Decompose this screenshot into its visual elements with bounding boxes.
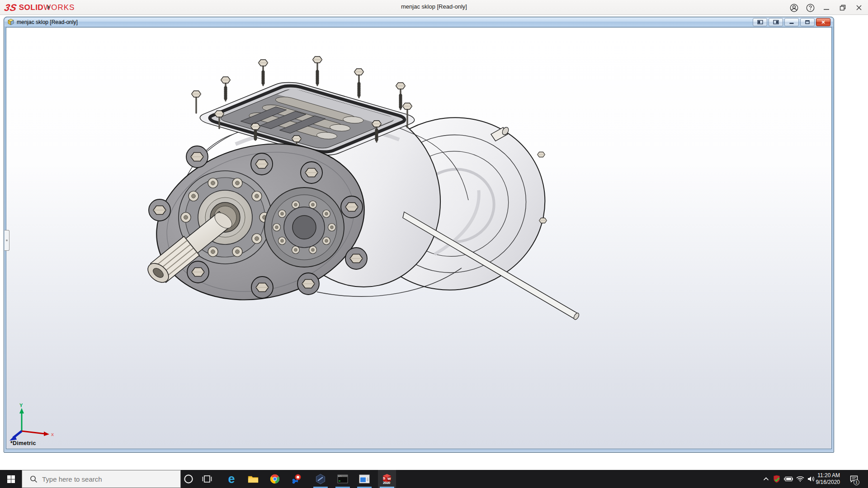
document-restore-button[interactable] bbox=[800, 18, 815, 26]
orientation-triad: Y x bbox=[9, 403, 54, 441]
collapsed-panel-tab[interactable] bbox=[5, 230, 9, 251]
main-titlebar: 3S SOLID WORKS menjac sklop [Read-only] bbox=[0, 0, 868, 15]
edge-icon: e bbox=[228, 474, 235, 484]
menu-flyout-arrow-icon[interactable] bbox=[47, 4, 51, 10]
chrome-icon bbox=[270, 474, 280, 484]
restore-button[interactable] bbox=[836, 2, 849, 14]
file-explorer-icon bbox=[248, 474, 259, 483]
battery-icon[interactable] bbox=[783, 470, 794, 488]
start-button[interactable] bbox=[0, 470, 22, 488]
taskbar-item-hexagon-app[interactable] bbox=[311, 470, 330, 488]
taskbar-item-cortana[interactable] bbox=[179, 470, 198, 488]
split-left-button[interactable] bbox=[753, 18, 767, 26]
account-icon[interactable] bbox=[787, 2, 801, 14]
taskbar-item-screenshot-tool[interactable] bbox=[288, 470, 306, 488]
document-window-controls: ✕ bbox=[753, 18, 830, 26]
tray-clock[interactable]: 11:20 AM 9/16/2020 bbox=[813, 472, 840, 486]
taskbar-item-file-explorer[interactable] bbox=[244, 470, 262, 488]
panel-tab-grip-icon bbox=[6, 239, 8, 241]
solidworks-logo-solid: SOLID bbox=[19, 3, 43, 12]
taskbar-item-gallery-app[interactable] bbox=[355, 470, 373, 488]
document-title: menjac sklop [Read-only] bbox=[17, 19, 78, 25]
graphics-viewport[interactable]: Y x *Dimetric bbox=[6, 27, 832, 449]
taskbar-item-task-view[interactable] bbox=[198, 470, 216, 488]
restore-icon bbox=[805, 20, 810, 24]
taskbar-item-chrome[interactable] bbox=[266, 470, 284, 488]
screenshot-tool-icon bbox=[292, 474, 302, 484]
svg-text:C:\: C:\ bbox=[339, 475, 342, 477]
taskbar-search[interactable] bbox=[22, 470, 181, 488]
assembly-document-icon bbox=[7, 19, 14, 26]
view-orientation-label: *Dimetric bbox=[10, 440, 36, 446]
taskbar-item-edge[interactable]: e bbox=[222, 470, 241, 488]
split-right-button[interactable] bbox=[769, 18, 783, 26]
minimize-icon bbox=[789, 20, 794, 24]
task-view-icon bbox=[202, 474, 212, 484]
search-icon bbox=[30, 475, 38, 483]
help-icon[interactable] bbox=[803, 2, 817, 14]
notification-count-badge: 1 bbox=[854, 479, 859, 485]
action-center-button[interactable]: 1 bbox=[846, 470, 862, 488]
gearbox-3d-model[interactable]: Y x bbox=[6, 27, 832, 449]
split-right-icon bbox=[773, 20, 779, 24]
tray-date: 9/16/2020 bbox=[813, 479, 840, 486]
triad-y-label: Y bbox=[19, 403, 23, 408]
windows-logo-icon bbox=[7, 475, 15, 483]
solidworks-logo-mark: 3S bbox=[3, 2, 18, 13]
solidworks-logo: 3S SOLID WORKS bbox=[5, 3, 75, 13]
cortana-icon bbox=[184, 474, 193, 484]
solidworks-monitor-shield-icon[interactable] bbox=[771, 470, 783, 488]
document-titlebar[interactable]: menjac sklop [Read-only] bbox=[5, 18, 833, 27]
taskbar-item-terminal[interactable]: C:\ bbox=[334, 470, 352, 488]
tray-chevron-up-icon[interactable] bbox=[760, 470, 772, 488]
taskbar-item-solidworks[interactable]: S W 2020 bbox=[378, 470, 396, 488]
search-input[interactable] bbox=[42, 475, 155, 483]
taskbar: e C:\ bbox=[0, 470, 868, 488]
close-button[interactable] bbox=[852, 2, 866, 14]
solidworks-2020-icon: S W 2020 bbox=[381, 473, 393, 485]
wifi-icon[interactable] bbox=[794, 470, 806, 488]
tray-time: 11:20 AM bbox=[813, 472, 840, 479]
document-window: menjac sklop [Read-only] ✕ bbox=[4, 17, 834, 453]
terminal-icon: C:\ bbox=[337, 474, 348, 483]
minimize-button[interactable] bbox=[820, 2, 833, 14]
window-title: menjac sklop [Read-only] bbox=[298, 3, 570, 10]
split-left-icon bbox=[757, 20, 763, 24]
close-x-icon: ✕ bbox=[821, 19, 825, 25]
triad-x-label: x bbox=[51, 432, 54, 437]
gallery-app-icon bbox=[359, 474, 370, 483]
hexagon-app-icon bbox=[315, 474, 326, 484]
document-minimize-button[interactable] bbox=[784, 18, 799, 26]
document-close-button[interactable]: ✕ bbox=[816, 18, 830, 26]
